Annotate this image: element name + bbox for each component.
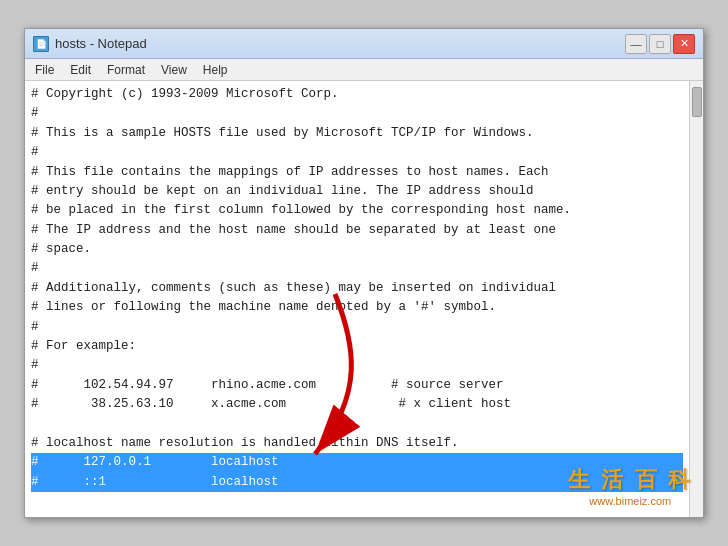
title-bar: 📄 hosts - Notepad — □ ✕	[25, 29, 703, 59]
notepad-window: 📄 hosts - Notepad — □ ✕ File Edit Format…	[24, 28, 704, 518]
menu-view[interactable]: View	[155, 61, 193, 79]
window-icon: 📄	[33, 36, 49, 52]
minimize-button[interactable]: —	[625, 34, 647, 54]
watermark-text: 生 活 百 科	[568, 465, 694, 495]
menu-file[interactable]: File	[29, 61, 60, 79]
menu-format[interactable]: Format	[101, 61, 151, 79]
watermark-url: www.bimeiz.com	[589, 495, 671, 507]
close-button[interactable]: ✕	[673, 34, 695, 54]
title-controls: — □ ✕	[625, 34, 695, 54]
scrollbar-thumb[interactable]	[692, 87, 702, 117]
scrollbar[interactable]	[689, 81, 703, 517]
title-bar-left: 📄 hosts - Notepad	[33, 36, 147, 52]
menu-help[interactable]: Help	[197, 61, 234, 79]
editor-content[interactable]: # Copyright (c) 1993-2009 Microsoft Corp…	[25, 81, 689, 517]
menu-bar: File Edit Format View Help	[25, 59, 703, 81]
window-title: hosts - Notepad	[55, 36, 147, 51]
editor-area: # Copyright (c) 1993-2009 Microsoft Corp…	[25, 81, 703, 517]
watermark: 生 活 百 科 www.bimeiz.com	[568, 465, 694, 507]
maximize-button[interactable]: □	[649, 34, 671, 54]
menu-edit[interactable]: Edit	[64, 61, 97, 79]
